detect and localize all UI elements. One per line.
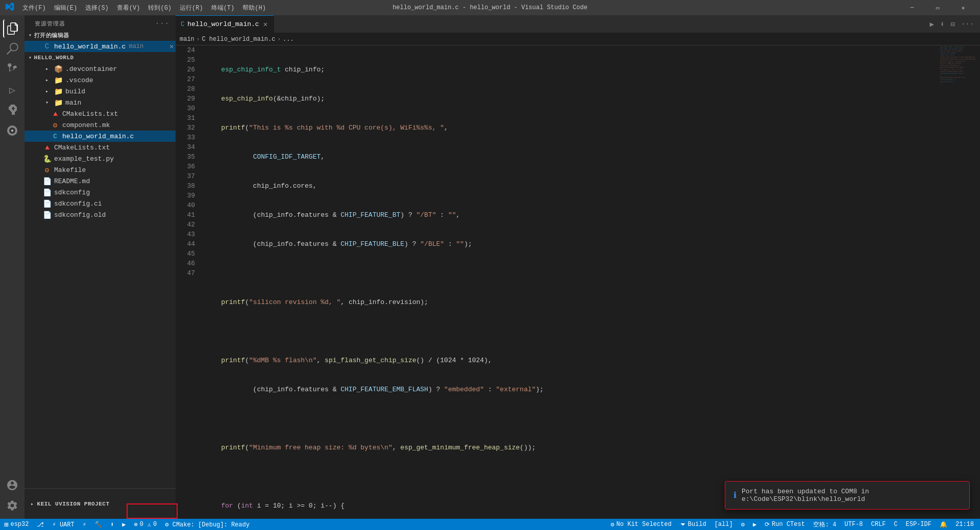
status-monitor-btn[interactable]: ▶: [118, 519, 130, 530]
title-bar-left: 文件(F) 编辑(E) 选择(S) 查看(V) 转到(G) 运行(R) 终端(T…: [5, 2, 270, 14]
open-file-item[interactable]: C hello_world_main.c main ✕: [24, 41, 176, 52]
tree-item-componentmk[interactable]: ⚙ component.mk: [24, 119, 176, 131]
status-line-endings-text: CRLF: [871, 521, 886, 528]
status-esp32[interactable]: ⊞ esp32: [0, 519, 33, 530]
line-num-27: 27: [176, 74, 195, 84]
code-content[interactable]: esp_chip_info_t chip_info; esp_chip_info…: [201, 45, 939, 519]
tree-item-vscode[interactable]: ▸ 📁 .vscode: [24, 74, 176, 86]
menu-goto[interactable]: 转到(G): [144, 3, 176, 13]
status-encoding-text: UTF-8: [845, 521, 863, 528]
menu-terminal[interactable]: 终端(T): [207, 3, 239, 13]
breadcrumb-sep-2: ›: [277, 36, 281, 42]
git-icon: ⎇: [37, 521, 44, 528]
menu-edit[interactable]: 编辑(E): [50, 3, 82, 13]
status-cmake-config2[interactable]: ⚙: [737, 521, 749, 528]
svg-point-2: [11, 130, 13, 132]
menu-select[interactable]: 选择(S): [81, 3, 113, 13]
tree-item-sdkconfig-ci[interactable]: 📄 sdkconfig.ci: [24, 198, 176, 209]
tree-item-readme[interactable]: 📄 README.md: [24, 175, 176, 187]
status-line-endings[interactable]: CRLF: [867, 521, 890, 528]
status-esp-idf-text: ESP-IDF: [906, 521, 932, 528]
status-no-kit-text: No Kit Selected: [617, 521, 672, 528]
tree-item-devcontainer[interactable]: ▸ 📦 .devcontainer: [24, 63, 176, 74]
window-title: hello_world_main.c - hello_world - Visua…: [393, 4, 587, 11]
status-run-ctest[interactable]: ⟳ Run CTest: [761, 521, 809, 528]
file-py-icon: 🐍: [43, 155, 51, 163]
cloud-button[interactable]: ⬇: [938, 18, 946, 31]
project-label: HELLO_WORLD: [34, 55, 74, 61]
status-language[interactable]: C: [890, 521, 901, 528]
build-all-icon: ⏷: [680, 521, 686, 528]
sidebar-more-button[interactable]: ···: [155, 19, 169, 28]
code-line-29: (chip_info.features & CHIP_FEATURE_BT) ?…: [205, 210, 939, 220]
file-c-icon: C: [43, 42, 51, 51]
tree-item-sdkconfig-old[interactable]: 📄 sdkconfig.old: [24, 209, 176, 220]
breadcrumb-main[interactable]: main: [180, 36, 194, 43]
menu-help[interactable]: 帮助(H): [238, 3, 270, 13]
status-no-kit[interactable]: ⚙ No Kit Selected: [606, 521, 675, 528]
activity-settings-icon[interactable]: [3, 496, 21, 515]
activity-explorer-icon[interactable]: [3, 19, 21, 38]
error-count: 0: [140, 521, 143, 528]
tab-bar-actions: ▶ ⬇ ⊟ ···: [927, 15, 980, 33]
status-esp-idf[interactable]: ESP-IDF: [902, 521, 936, 528]
activity-git-icon[interactable]: [3, 60, 21, 79]
tree-item-sdkconfig[interactable]: 📄 sdkconfig: [24, 187, 176, 198]
status-cmake-build-btn[interactable]: ▶: [749, 521, 761, 528]
sidebar-title: 资源管理器: [35, 20, 65, 28]
breadcrumb-symbol[interactable]: ...: [283, 36, 294, 43]
line-num-41: 41: [176, 210, 195, 220]
line-num-46: 46: [176, 259, 195, 268]
minimize-button[interactable]: ─: [900, 0, 924, 15]
menu-view[interactable]: 查看(V): [113, 3, 144, 13]
status-cmake[interactable]: ⚙ CMake: [Debug]: Ready: [161, 519, 254, 530]
more-actions-button[interactable]: ···: [959, 18, 976, 30]
file-cmake-root-icon: 🔺: [43, 143, 51, 152]
activity-account-icon[interactable]: [3, 476, 21, 494]
activity-extensions-icon[interactable]: [3, 101, 21, 119]
activity-run-icon[interactable]: ▷: [3, 81, 21, 99]
run-button[interactable]: ▶: [927, 18, 936, 31]
status-idf[interactable]: ⚡: [79, 519, 90, 530]
tree-item-cmakelists-root[interactable]: 🔺 CMakeLists.txt: [24, 142, 176, 153]
window-controls: ─ ▭ ✕: [900, 0, 975, 15]
code-line-24: esp_chip_info_t chip_info;: [205, 65, 939, 74]
maximize-button[interactable]: ▭: [926, 0, 949, 15]
menu-run[interactable]: 运行(R): [176, 3, 207, 13]
line-num-35: 35: [176, 152, 195, 162]
tab-bar: C hello_world_main.c ✕ ▶ ⬇ ⊟ ···: [176, 15, 980, 33]
tree-item-exampletest[interactable]: 🐍 example_test.py: [24, 153, 176, 164]
tree-item-helloc[interactable]: C hello_world_main.c: [24, 131, 176, 142]
keil-panel[interactable]: ▸ KEIL UVISION PROJECT: [24, 488, 176, 519]
open-editors-section[interactable]: ▾ 打开的编辑器: [24, 30, 176, 41]
status-build-all[interactable]: ⏷ Build: [676, 521, 710, 528]
breadcrumb-file[interactable]: C hello_world_main.c: [202, 36, 275, 43]
status-notifications[interactable]: 🔔: [936, 521, 951, 528]
close-button[interactable]: ✕: [951, 0, 975, 15]
status-encoding[interactable]: UTF-8: [841, 521, 867, 528]
line-num-44: 44: [176, 239, 195, 249]
tree-item-makefile[interactable]: ⚙ Makefile: [24, 164, 176, 175]
code-line-35: (chip_info.features & CHIP_FEATURE_EMB_F…: [205, 385, 939, 394]
status-build-btn[interactable]: 🔨: [90, 519, 106, 530]
status-problems[interactable]: ⊗ 0 ⚠ 0: [130, 519, 161, 530]
status-flash-btn[interactable]: ⬇: [106, 519, 118, 530]
status-git[interactable]: ⎇: [33, 519, 48, 530]
tree-item-build[interactable]: ▸ 📁 build: [24, 86, 176, 97]
close-open-file-icon[interactable]: ✕: [169, 42, 174, 51]
status-uart[interactable]: ⚡ UART: [48, 519, 78, 530]
tree-item-cmakelists-main[interactable]: 🔺 CMakeLists.txt: [24, 108, 176, 119]
status-spaces[interactable]: 空格: 4: [809, 520, 841, 529]
editor-tab-helloc[interactable]: C hello_world_main.c ✕: [176, 15, 274, 33]
tab-close-icon[interactable]: ✕: [262, 19, 268, 30]
split-editor-button[interactable]: ⊟: [948, 18, 957, 31]
tree-item-main[interactable]: ▾ 📁 main: [24, 97, 176, 108]
menu-file[interactable]: 文件(F): [18, 3, 50, 13]
activity-esp-icon[interactable]: [3, 121, 21, 140]
status-all-target[interactable]: [all]: [710, 521, 737, 528]
project-section[interactable]: ▾ HELLO_WORLD: [24, 52, 176, 63]
activity-search-icon[interactable]: [3, 40, 21, 58]
status-time: 21:18: [951, 521, 980, 528]
open-file-name: hello_world_main.c: [54, 43, 126, 51]
status-uart-text: ⚡ UART: [52, 521, 74, 528]
